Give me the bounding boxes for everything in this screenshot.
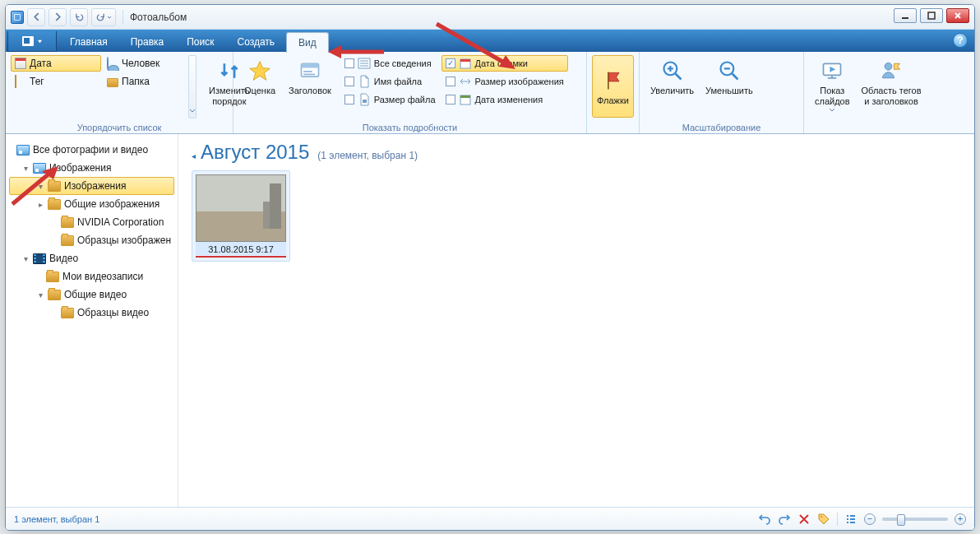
minimize-button[interactable] bbox=[894, 8, 917, 23]
caption-button[interactable]: Заголовок bbox=[283, 55, 337, 118]
arrange-by-date[interactable]: Дата bbox=[11, 55, 101, 72]
folder-icon bbox=[46, 272, 59, 282]
checkbox-dimensions bbox=[446, 77, 455, 86]
star-icon bbox=[247, 58, 273, 84]
thumbnail-image bbox=[196, 174, 286, 242]
arrange-more-button[interactable] bbox=[188, 55, 196, 118]
detail-date-modified-label: Дата изменения bbox=[475, 95, 543, 104]
svg-rect-3 bbox=[301, 63, 318, 67]
dimensions-icon bbox=[459, 75, 472, 88]
caption-icon bbox=[297, 58, 323, 84]
flags-label: Флажки bbox=[597, 95, 629, 106]
tab-edit[interactable]: Правка bbox=[119, 31, 176, 52]
rating-button[interactable]: Оценка bbox=[238, 55, 281, 118]
tab-view[interactable]: Вид bbox=[286, 32, 329, 53]
nav-forward-button[interactable] bbox=[49, 8, 67, 26]
tag-area-icon bbox=[878, 58, 904, 84]
detail-date-taken-button[interactable]: Дата съемки bbox=[441, 55, 568, 72]
folder-icon bbox=[107, 78, 118, 87]
detail-all-button[interactable]: Все сведения bbox=[340, 55, 440, 72]
tree-video-label: Видео bbox=[49, 253, 78, 264]
ribbon-tabstrip: Главная Правка Поиск Создать Вид ? bbox=[6, 30, 974, 52]
tree-public-images[interactable]: ▸ Общие изображения bbox=[9, 195, 174, 213]
tab-create[interactable]: Создать bbox=[226, 31, 287, 52]
tree-my-video-label: Мои видеозаписи bbox=[62, 271, 143, 282]
thumbnail-caption: 31.08.2015 9:17 bbox=[196, 242, 286, 255]
svg-point-17 bbox=[821, 516, 822, 518]
ribbon-group-details: Оценка Заголовок Все сведения Имя файла bbox=[233, 52, 587, 133]
rotate-left-button[interactable] bbox=[758, 513, 771, 526]
zoom-slider[interactable] bbox=[882, 518, 948, 521]
tree-images-selected[interactable]: ▾ Изображения bbox=[9, 177, 174, 195]
undo-button[interactable] bbox=[70, 8, 88, 26]
rating-label: Оценка bbox=[244, 86, 275, 96]
tree-sample-video-label: Образцы видео bbox=[77, 307, 149, 318]
arrange-tag-label: Тег bbox=[30, 76, 44, 87]
svg-point-16 bbox=[885, 63, 892, 70]
redo-button[interactable] bbox=[91, 8, 116, 26]
slideshow-icon bbox=[819, 58, 845, 84]
ribbon-group-zoom: Увеличить Уменьшить Масштабирование bbox=[640, 52, 804, 133]
tree-sample-images[interactable]: Образцы изображен bbox=[9, 231, 174, 249]
tree-video[interactable]: ▾ Видео bbox=[9, 249, 174, 267]
tree-my-video[interactable]: Мои видеозаписи bbox=[9, 267, 174, 286]
chevron-down-icon bbox=[829, 108, 835, 113]
detail-filename-button[interactable]: Имя файла bbox=[340, 73, 440, 90]
sidebar-tree: Все фотографии и видео ▾ Изображения ▾ И… bbox=[6, 134, 178, 507]
detail-dimensions-button[interactable]: Размер изображения bbox=[441, 73, 568, 90]
calendar-icon bbox=[15, 58, 26, 69]
month-title: Август 2015 bbox=[201, 141, 309, 164]
maximize-button[interactable] bbox=[920, 8, 943, 23]
file-icon bbox=[358, 75, 371, 88]
tab-main[interactable]: Главная bbox=[58, 31, 119, 52]
tree-images[interactable]: ▾ Изображения bbox=[9, 159, 174, 177]
tag-button[interactable] bbox=[817, 513, 830, 526]
filesize-icon bbox=[358, 93, 371, 106]
tag-icon bbox=[15, 76, 26, 87]
help-button[interactable]: ? bbox=[953, 33, 968, 48]
slideshow-button[interactable]: Показ слайдов bbox=[809, 55, 856, 118]
file-menu-button[interactable] bbox=[7, 31, 57, 52]
nav-back-button[interactable] bbox=[27, 8, 45, 26]
details-view-button[interactable] bbox=[844, 513, 858, 526]
tag-area-button[interactable]: Область тегов и заголовков bbox=[856, 55, 927, 118]
folder-icon bbox=[61, 217, 74, 228]
window-title: Фотоальбом bbox=[130, 12, 187, 23]
tab-search[interactable]: Поиск bbox=[175, 31, 225, 52]
arrange-by-tag[interactable]: Тег bbox=[11, 73, 101, 90]
zoom-in-button[interactable]: Увеличить bbox=[645, 55, 700, 118]
tree-nvidia[interactable]: NVIDIA Corporation bbox=[9, 213, 174, 231]
expand-icon: ▾ bbox=[21, 164, 30, 173]
tree-sample-video[interactable]: Образцы видео bbox=[9, 304, 174, 322]
month-header[interactable]: ◂ Август 2015 (1 элемент, выбран 1) bbox=[192, 141, 961, 164]
arrange-by-person[interactable]: Человек bbox=[103, 55, 185, 72]
tree-public-images-label: Общие изображения bbox=[64, 198, 159, 210]
arrange-by-folder[interactable]: Папка bbox=[103, 73, 185, 90]
tree-sample-images-label: Образцы изображен bbox=[77, 234, 171, 246]
ribbon-group-arrange: Дата Человек Тег Папка Изменить поря bbox=[6, 52, 233, 133]
rotate-right-button[interactable] bbox=[778, 513, 791, 526]
svg-rect-1 bbox=[928, 12, 935, 19]
zoom-in-icon bbox=[659, 58, 686, 84]
group-label-zoom: Масштабирование bbox=[640, 123, 803, 132]
flags-button[interactable]: Флажки bbox=[592, 55, 634, 118]
zoom-out-button[interactable]: Уменьшить bbox=[700, 55, 759, 118]
detail-filesize-button[interactable]: Размер файла bbox=[340, 91, 440, 108]
status-text: 1 элемент, выбран 1 bbox=[14, 514, 99, 524]
zoom-out-small-button[interactable]: − bbox=[864, 513, 876, 525]
detail-date-modified-button[interactable]: Дата изменения bbox=[441, 91, 568, 108]
checkbox-filesize bbox=[344, 95, 354, 104]
svg-rect-0 bbox=[902, 17, 908, 19]
svg-rect-5 bbox=[303, 74, 315, 76]
folder-icon bbox=[61, 308, 74, 318]
person-icon bbox=[107, 58, 118, 69]
checkbox-date-taken bbox=[446, 58, 455, 68]
close-button[interactable] bbox=[946, 8, 969, 23]
group-label-details: Показать подробности bbox=[233, 123, 586, 132]
tree-public-video[interactable]: ▾ Общие видео bbox=[9, 286, 174, 304]
zoom-in-small-button[interactable]: + bbox=[955, 513, 966, 525]
delete-button[interactable] bbox=[797, 513, 811, 526]
thumbnail-item[interactable]: 31.08.2015 9:17 bbox=[192, 170, 290, 262]
tree-all[interactable]: Все фотографии и видео bbox=[9, 141, 174, 159]
detail-filename-label: Имя файла bbox=[374, 77, 422, 86]
